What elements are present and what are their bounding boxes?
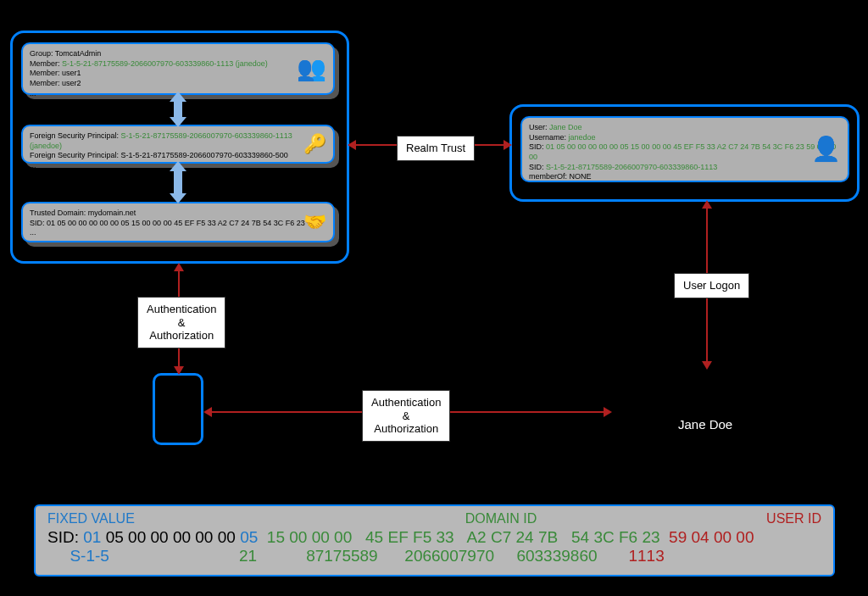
auth-label-left: Authentication & Authorization [137,297,225,348]
highlighted: janedoe [569,133,596,142]
text: SID: [529,163,546,171]
highlighted-sid: S-1-5-21-87175589-2066007970-603339860-1… [62,59,268,68]
sid-part: S-1-5 [47,547,109,565]
text: Member: [30,59,62,68]
keys-icon: 🔑 [303,132,326,157]
text: ... [30,161,36,170]
text: ... [30,89,36,97]
trust-box: Trusted Domain: mydomain.net SID: 01 05 … [21,202,335,242]
highlighted: S-1-5-21-87175589-2066007970-603339860-1… [546,163,717,171]
realm-trust-label: Realm Trust [397,136,475,161]
sid-part: 15 00 00 00 45 EF F5 33 A2 C7 24 7B 54 3… [267,528,669,547]
server-box [153,373,203,445]
sid-part: 1113 [598,547,665,565]
user-logon-label: User Logon [674,273,749,298]
text: Member: user2 [30,79,81,87]
jane-doe-label: Jane Doe [678,417,732,432]
fixed-value-header: FIXED VALUE [47,511,310,526]
highlighted: 01 05 00 00 00 00 00 05 15 00 00 00 45 E… [529,142,836,161]
sid-prefix: SID: [47,528,83,547]
text: Username: [529,133,569,142]
sid-part: 59 04 00 00 [669,528,754,547]
text: Trusted Domain: mydomain.net [30,209,136,217]
sid-part: 05 00 00 00 00 00 [106,528,240,547]
user-box: User: Jane Doe Username: janedoe SID: 01… [520,116,849,182]
link-arrow [174,170,182,195]
link-arrow [174,100,182,119]
text: memberOf: NONE [529,172,592,181]
text: ... [30,228,36,237]
text: SID: [529,142,546,151]
group-box: Group: TomcatAdmin Member: S-1-5-21-8717… [21,42,335,95]
sid-part: 01 [83,528,105,547]
fsp-box: Foreign Security Principal: S-1-5-21-871… [21,125,335,164]
text: SID: 01 05 00 00 00 00 00 05 15 00 00 00… [30,219,305,227]
text: Group: TomcatAdmin [30,49,101,58]
text: Foreign Security Principal: [30,131,121,140]
user-id-header: USER ID [692,511,821,526]
sid-part: 05 [240,528,267,547]
domain-id-header: DOMAIN ID [310,511,692,526]
highlighted: Jane Doe [549,123,582,131]
auth-label-bottom: Authentication & Authorization [362,390,450,442]
text: User: [529,123,549,131]
text: Member: user1 [30,69,81,77]
sid-part: 21 87175589 2066007970 603339860 [109,547,598,565]
handshake-icon: 🤝 [303,210,326,235]
person-icon: 👤 [811,134,841,164]
sid-breakdown-panel: FIXED VALUE DOMAIN ID USER ID SID: 01 05… [34,504,835,577]
people-icon: 👥 [297,53,326,84]
text: Foreign Security Principal: S-1-5-21-871… [30,151,288,159]
